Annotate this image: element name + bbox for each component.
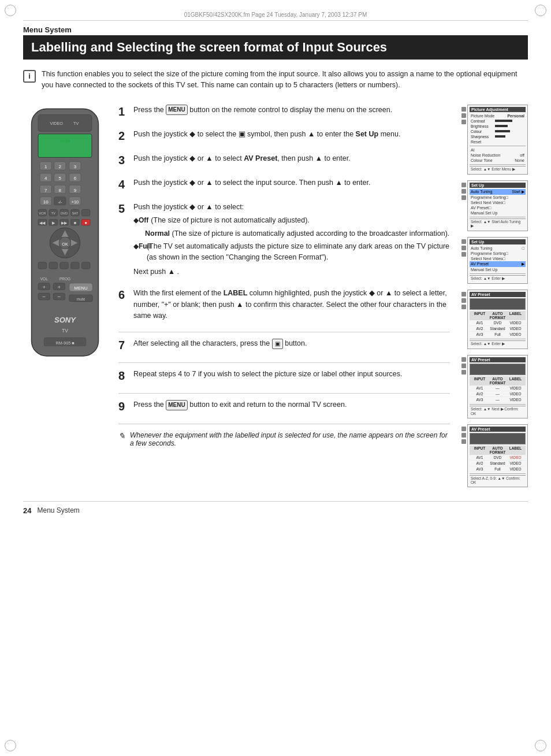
svg-text:10: 10	[43, 199, 49, 205]
side-btn-2a	[461, 183, 466, 187]
screen-2-row-ms: Manual Set Up	[470, 210, 526, 216]
info-box: i This function enables you to select th…	[23, 69, 528, 91]
screen-6-header: INPUT AUTO FORMAT LABEL	[470, 446, 526, 455]
col6-label: LABEL	[507, 446, 524, 454]
divider-2	[118, 362, 450, 363]
step-5-text: Push the joystick ◆ or ▲ to select: ◆Off…	[133, 202, 450, 278]
svg-text:OK: OK	[62, 241, 68, 246]
menu-key-1: MENU	[166, 105, 187, 115]
svg-text:VCR: VCR	[39, 211, 46, 214]
step-2-text: Push the joystick ◆ to select the ▣ symb…	[133, 129, 450, 140]
svg-text:+10: +10	[72, 199, 79, 205]
cell-6-1-label: VIDEO	[507, 455, 524, 459]
screen-3-row-at: Auto Tuning□	[470, 246, 526, 251]
bullet-off-sym: ◆Off	[133, 215, 148, 226]
screen-2: Set Up Auto TuningStart ▶ Programme Sort…	[467, 180, 528, 231]
screen-5-row-3: AV3 — VIDEO	[470, 397, 526, 403]
screen-6-side-buttons	[461, 424, 466, 444]
colour-bar	[495, 130, 510, 132]
corner-mark-br	[535, 740, 546, 751]
cell-6-3-format: Full	[489, 467, 507, 471]
screen-1-bar-sharpness: Sharpness	[470, 134, 526, 139]
screen-4: AV Preset INPUT AUTO FORMAT LABEL AV1 DV…	[467, 290, 528, 349]
screen-2-container: Set Up Auto TuningStart ▶ Programme Sort…	[461, 180, 528, 234]
step-2: 2 Push the joystick ◆ to select the ▣ sy…	[118, 129, 450, 143]
svg-text:9: 9	[74, 187, 77, 192]
cell-6-2-format: Standard	[489, 461, 507, 465]
step-1: 1 Press the MENU button on the remote co…	[118, 105, 450, 118]
step-3: 3 Push the joystick ◆ or ▲ to select AV …	[118, 153, 450, 167]
cell-5-1-label: VIDEO	[507, 386, 524, 390]
step-6-text: With the first element of the LABEL colu…	[133, 288, 450, 321]
step-7-text: After selecting all the characters, pres…	[133, 338, 450, 349]
step-1-text: Press the MENU button on the remote cont…	[133, 105, 450, 116]
screen-1-sep-1	[470, 146, 526, 146]
step-6-number: 6	[118, 288, 130, 302]
cell-4-2-format: Standard	[489, 327, 507, 331]
screen-2-side-buttons	[461, 180, 466, 200]
screen-1: Picture Adjustment Picture ModePersonal …	[467, 105, 528, 175]
side-btn-1b	[461, 113, 466, 118]
step-7: 7 After selecting all the characters, pr…	[118, 338, 450, 352]
cell-5-2-input: AV2	[471, 392, 489, 396]
col5-input: INPUT	[471, 377, 489, 385]
side-btn-3a	[461, 239, 466, 244]
screen-4-header: INPUT AUTO FORMAT LABEL	[470, 311, 526, 320]
brightness-bar	[495, 125, 508, 127]
note-icon: ✎	[118, 431, 125, 440]
cell-4-3-input: AV3	[471, 332, 489, 336]
screen-1-footer: Select: ▲▼ Enter Menu ▶	[470, 166, 526, 172]
svg-rect-56	[38, 262, 47, 269]
screen-6-row-2: AV2 Standard VIDEO	[470, 461, 526, 466]
cell-5-2-label: VIDEO	[507, 392, 524, 396]
step-6: 6 With the first element of the LABEL co…	[118, 288, 450, 321]
step-5-number: 5	[118, 202, 130, 216]
steps-column: 1 Press the MENU button on the remote co…	[118, 105, 450, 490]
corner-mark-bl	[5, 740, 16, 751]
screen-5: AV Preset INPUT AUTO FORMAT LABEL AV1 — …	[467, 355, 528, 418]
side-btn-5c	[461, 370, 466, 375]
screen-4-sep	[470, 339, 526, 339]
corner-mark-tr	[535, 5, 546, 16]
divider-1	[118, 332, 450, 332]
info-icon: i	[23, 70, 36, 83]
screen-1-bar-contrast: Contrast	[470, 118, 526, 124]
cell-6-2-input: AV2	[471, 461, 489, 465]
svg-text:DVD: DVD	[61, 211, 68, 214]
svg-text:+: +	[43, 284, 46, 290]
step-9: 9 Press the MENU button to exit and retu…	[118, 399, 450, 413]
page-number: 24	[23, 506, 31, 515]
screen-4-row-1: AV1 DVD VIDEO	[470, 320, 526, 326]
screen-6-footer: Select A-Z, 0-9: ▲▼ Confirm: OK	[470, 475, 526, 485]
screen-1-row-ai: AI	[470, 147, 526, 153]
sub-bullet-full: ◆Full (The TV set automatically adjusts …	[133, 241, 450, 263]
svg-text:PROG: PROG	[59, 277, 70, 281]
side-btn-6c	[461, 439, 466, 444]
screen-5-title: AV Preset	[470, 357, 526, 362]
side-btn-1c	[461, 120, 466, 124]
cell-5-1-format: —	[489, 386, 507, 390]
cell-5-3-label: VIDEO	[507, 398, 524, 402]
svg-text:+: +	[58, 284, 61, 290]
note-box: ✎ Whenever the equipment with the labell…	[118, 431, 450, 447]
svg-rect-4	[38, 134, 92, 157]
screen-4-footer: Select: ▲▼ Enter ▶	[470, 340, 526, 347]
bullet-full-text: (The TV set automatically adjusts the pi…	[147, 241, 450, 263]
screen-2-row-sn: Select Next Video□	[470, 200, 526, 205]
svg-text:■: ■	[74, 220, 76, 225]
svg-text:−: −	[42, 294, 46, 300]
screen-3-row-ps: Programme Sorting□	[470, 251, 526, 256]
sub-bullet-off: ◆Off (The size of picture is not automat…	[133, 215, 450, 226]
svg-rect-58	[60, 262, 69, 269]
screen-2-sep	[470, 217, 526, 217]
screen-3-row-sn: Select Next Video□	[470, 256, 526, 261]
svg-rect-38	[82, 209, 91, 216]
remote-column: VIDEO TV 1/0 1/0 1 2 3 4 5 6 7	[23, 105, 107, 490]
screen-3: Set Up Auto Tuning□ Programme Sorting□ S…	[467, 237, 528, 284]
svg-rect-57	[49, 262, 58, 269]
screen-6-row-1: AV1 DVD VIDEO	[470, 455, 526, 461]
bullet-normal-sym	[133, 228, 143, 239]
screen-3-container: Set Up Auto Tuning□ Programme Sorting□ S…	[461, 237, 528, 286]
step-8: 8 Repeat steps 4 to 7 if you wish to sel…	[118, 369, 450, 383]
screens-column: Picture Adjustment Picture ModePersonal …	[461, 105, 528, 490]
